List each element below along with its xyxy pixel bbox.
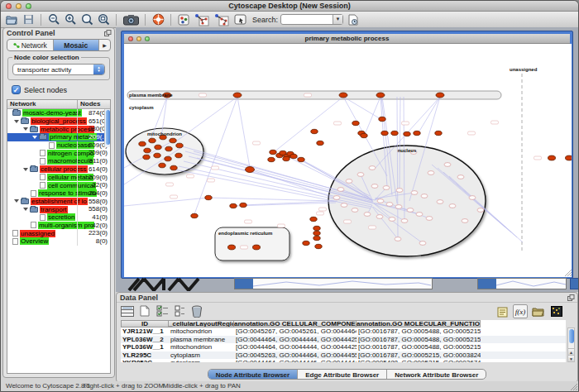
network-node[interactable] bbox=[230, 203, 237, 208]
layout-network-icon-1[interactable] bbox=[193, 12, 211, 26]
select-attributes-icon[interactable] bbox=[155, 304, 170, 318]
tab-network-attribute-browser[interactable]: Network Attribute Browser bbox=[387, 370, 486, 379]
network-node[interactable] bbox=[407, 208, 414, 213]
table-row[interactable]: YPL036W__1mitochondrion[GO:0044464, GO:0… bbox=[121, 343, 566, 351]
tab-mosaic[interactable]: Mosaic bbox=[54, 40, 100, 50]
network-node[interactable] bbox=[395, 205, 402, 209]
tab-edge-attribute-browser[interactable]: Edge Attribute Browser bbox=[298, 370, 387, 379]
network-node[interactable] bbox=[228, 245, 236, 250]
network-node[interactable] bbox=[419, 241, 426, 246]
network-node[interactable] bbox=[176, 143, 183, 148]
scroll-up-arrow[interactable]: ▲ bbox=[568, 348, 574, 355]
background-window-fragment[interactable] bbox=[570, 278, 579, 289]
resize-grip[interactable] bbox=[569, 382, 577, 390]
select-nodes-checkbox[interactable]: ✓ bbox=[12, 85, 21, 94]
network-node[interactable] bbox=[253, 245, 261, 250]
table-row[interactable]: YPL036W__2plasma membrane[GO:0044464, GO… bbox=[121, 336, 566, 344]
background-window-fragment[interactable] bbox=[234, 278, 433, 289]
network-tree-row[interactable]: metabolic process280(0) bbox=[7, 125, 110, 133]
network-node[interactable] bbox=[462, 219, 468, 223]
table-column-header[interactable]: annotation.GO CELLULAR_COMPONENT bbox=[234, 320, 356, 327]
tree-expander-icon[interactable] bbox=[32, 136, 37, 139]
network-node[interactable] bbox=[381, 131, 388, 135]
network-node[interactable] bbox=[170, 138, 176, 143]
notepad-icon[interactable] bbox=[495, 304, 510, 318]
network-node[interactable] bbox=[376, 93, 385, 98]
zoom-fit-icon[interactable] bbox=[96, 12, 111, 26]
float-panel-icon[interactable] bbox=[567, 294, 575, 301]
network-tree-row[interactable]: nitrogen compo209(0) bbox=[7, 149, 110, 157]
network-node[interactable] bbox=[396, 189, 403, 193]
network-node[interactable] bbox=[283, 156, 290, 160]
network-node[interactable] bbox=[303, 241, 309, 245]
table-column-header[interactable]: ID bbox=[121, 320, 169, 327]
network-tree-row[interactable]: Overview8(0) bbox=[7, 237, 110, 246]
network-node[interactable] bbox=[317, 141, 323, 145]
network-node[interactable] bbox=[205, 195, 212, 199]
tab-node-attribute-browser[interactable]: Node Attribute Browser bbox=[208, 370, 299, 379]
network-node[interactable] bbox=[457, 175, 464, 179]
tree-expander-icon[interactable] bbox=[14, 199, 19, 203]
network-node[interactable] bbox=[311, 129, 318, 133]
network-node[interactable] bbox=[170, 165, 177, 170]
table-column-header[interactable]: _cellularLayoutRegion bbox=[169, 320, 234, 327]
network-node[interactable] bbox=[371, 184, 378, 189]
network-node[interactable] bbox=[416, 213, 423, 217]
network-node[interactable] bbox=[290, 154, 297, 158]
tab-network[interactable]: Network bbox=[7, 40, 54, 50]
network-tree-row[interactable]: multi-organism pro42(0) bbox=[7, 222, 110, 230]
zoom-out-icon[interactable] bbox=[46, 12, 61, 26]
network-node[interactable] bbox=[395, 237, 401, 241]
network-node[interactable] bbox=[389, 218, 395, 222]
network-node[interactable] bbox=[313, 236, 320, 240]
network-node[interactable] bbox=[165, 146, 172, 151]
table-row[interactable]: YKR052Ccytoplasm[GO:0044464, GO:0044446,… bbox=[121, 359, 566, 362]
vizmapper-icon[interactable] bbox=[176, 12, 191, 26]
network-tree-row[interactable]: macromolecule311(0) bbox=[7, 157, 110, 165]
network-node[interactable] bbox=[144, 148, 151, 153]
tree-scrollbar-thumb[interactable] bbox=[106, 110, 110, 145]
float-panel-icon[interactable] bbox=[104, 30, 112, 36]
network-node[interactable] bbox=[364, 213, 371, 217]
network-node[interactable] bbox=[428, 171, 434, 175]
network-node[interactable] bbox=[352, 208, 358, 213]
snapshot-icon[interactable] bbox=[122, 12, 140, 26]
network-node[interactable] bbox=[337, 188, 344, 192]
table-column-header[interactable]: annotation.GO MOLECULAR_FUNCTION bbox=[356, 320, 481, 327]
network-tree-row[interactable]: biological_process651(0) bbox=[7, 117, 110, 126]
network-node[interactable] bbox=[191, 213, 198, 218]
network-node[interactable] bbox=[548, 155, 556, 160]
network-node[interactable] bbox=[566, 155, 572, 160]
help-icon[interactable] bbox=[151, 12, 165, 26]
network-node[interactable] bbox=[383, 186, 390, 190]
layout-network-icon-2[interactable] bbox=[213, 12, 231, 26]
network-frame-titlebar[interactable]: primary metabolic process bbox=[124, 34, 570, 44]
network-node[interactable] bbox=[240, 203, 246, 207]
tree-column-nodes[interactable]: Nodes bbox=[77, 100, 110, 108]
network-node[interactable] bbox=[376, 215, 383, 219]
network-node[interactable] bbox=[401, 219, 408, 223]
tree-expander-icon[interactable] bbox=[14, 120, 19, 123]
network-tree-row[interactable]: response to stimulu264(0) bbox=[7, 189, 110, 198]
new-attribute-icon[interactable] bbox=[137, 304, 152, 318]
function-builder-icon[interactable]: f(x) bbox=[513, 304, 528, 318]
network-node[interactable] bbox=[421, 194, 428, 198]
open-folder-icon[interactable] bbox=[4, 12, 19, 26]
network-node[interactable] bbox=[444, 163, 451, 167]
search-input[interactable] bbox=[281, 15, 333, 24]
network-node[interactable] bbox=[404, 131, 410, 136]
network-node[interactable] bbox=[165, 156, 171, 161]
select-mode-icon[interactable] bbox=[232, 12, 247, 26]
network-tree-row[interactable]: cellular metabo209(0) bbox=[7, 174, 110, 182]
table-scrollbar[interactable]: ▲ ▼ bbox=[567, 327, 575, 362]
canvas-resize-grip[interactable] bbox=[565, 270, 572, 276]
tree-column-network[interactable]: Network bbox=[7, 100, 77, 108]
network-node[interactable] bbox=[310, 217, 317, 221]
network-node[interactable] bbox=[154, 153, 160, 158]
network-node[interactable] bbox=[313, 226, 320, 230]
network-node[interactable] bbox=[377, 199, 384, 203]
network-node[interactable] bbox=[333, 196, 340, 200]
network-node[interactable] bbox=[270, 150, 276, 154]
tree-expander-icon[interactable] bbox=[23, 208, 28, 211]
zoom-in-icon[interactable] bbox=[63, 12, 78, 26]
